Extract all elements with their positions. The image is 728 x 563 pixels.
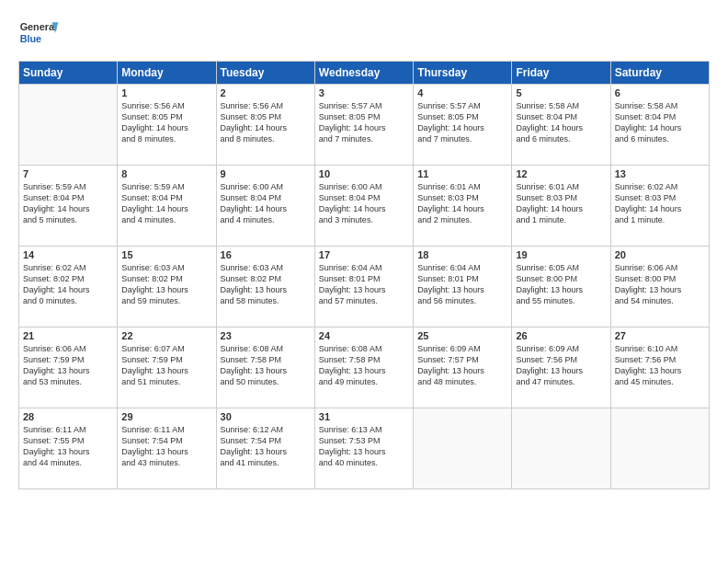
day-cell: [512, 408, 610, 489]
day-info: Sunrise: 6:02 AM Sunset: 8:03 PM Dayligh…: [615, 181, 705, 226]
day-number: 17: [319, 249, 409, 260]
day-number: 10: [319, 168, 409, 179]
day-number: 24: [319, 330, 409, 341]
week-row-4: 21Sunrise: 6:06 AM Sunset: 7:59 PM Dayli…: [19, 327, 710, 408]
day-cell: 6Sunrise: 5:58 AM Sunset: 8:04 PM Daylig…: [610, 85, 709, 166]
day-info: Sunrise: 5:57 AM Sunset: 8:05 PM Dayligh…: [319, 100, 409, 145]
week-row-2: 7Sunrise: 5:59 AM Sunset: 8:04 PM Daylig…: [19, 166, 710, 247]
week-row-5: 28Sunrise: 6:11 AM Sunset: 7:55 PM Dayli…: [19, 408, 710, 489]
day-cell: 2Sunrise: 5:56 AM Sunset: 8:05 PM Daylig…: [216, 85, 314, 166]
day-cell: 26Sunrise: 6:09 AM Sunset: 7:56 PM Dayli…: [512, 327, 610, 408]
day-number: 15: [121, 249, 211, 260]
day-cell: 21Sunrise: 6:06 AM Sunset: 7:59 PM Dayli…: [19, 327, 118, 408]
day-cell: 14Sunrise: 6:02 AM Sunset: 8:02 PM Dayli…: [19, 247, 118, 327]
calendar-table: SundayMondayTuesdayWednesdayThursdayFrid…: [18, 61, 710, 489]
day-number: 9: [221, 168, 311, 179]
day-info: Sunrise: 6:09 AM Sunset: 7:57 PM Dayligh…: [417, 343, 507, 388]
day-number: 22: [121, 330, 211, 341]
day-cell: 7Sunrise: 5:59 AM Sunset: 8:04 PM Daylig…: [19, 166, 118, 247]
day-info: Sunrise: 6:06 AM Sunset: 8:00 PM Dayligh…: [615, 262, 705, 307]
day-number: 8: [121, 168, 211, 179]
weekday-header-row: SundayMondayTuesdayWednesdayThursdayFrid…: [19, 62, 710, 85]
day-number: 21: [23, 330, 113, 341]
day-number: 6: [615, 87, 705, 98]
weekday-sunday: Sunday: [19, 62, 118, 85]
day-number: 3: [319, 87, 409, 98]
day-cell: 22Sunrise: 6:07 AM Sunset: 7:59 PM Dayli…: [118, 327, 216, 408]
day-number: 30: [221, 411, 311, 422]
day-info: Sunrise: 5:59 AM Sunset: 8:04 PM Dayligh…: [121, 181, 211, 226]
day-info: Sunrise: 6:03 AM Sunset: 8:02 PM Dayligh…: [221, 262, 311, 307]
weekday-tuesday: Tuesday: [216, 62, 314, 85]
day-number: 20: [615, 249, 705, 260]
day-info: Sunrise: 6:05 AM Sunset: 8:00 PM Dayligh…: [516, 262, 606, 307]
day-number: 26: [516, 330, 606, 341]
weekday-saturday: Saturday: [610, 62, 709, 85]
day-info: Sunrise: 6:01 AM Sunset: 8:03 PM Dayligh…: [417, 181, 507, 226]
day-cell: 10Sunrise: 6:00 AM Sunset: 8:04 PM Dayli…: [314, 166, 413, 247]
day-number: 12: [516, 168, 606, 179]
day-info: Sunrise: 5:58 AM Sunset: 8:04 PM Dayligh…: [516, 100, 606, 145]
day-cell: 1Sunrise: 5:56 AM Sunset: 8:05 PM Daylig…: [118, 85, 216, 166]
day-info: Sunrise: 6:12 AM Sunset: 7:54 PM Dayligh…: [221, 424, 311, 469]
day-number: 13: [615, 168, 705, 179]
day-info: Sunrise: 6:00 AM Sunset: 8:04 PM Dayligh…: [319, 181, 409, 226]
day-number: 25: [417, 330, 507, 341]
day-info: Sunrise: 6:04 AM Sunset: 8:01 PM Dayligh…: [417, 262, 507, 307]
week-row-3: 14Sunrise: 6:02 AM Sunset: 8:02 PM Dayli…: [19, 247, 710, 327]
svg-text:Blue: Blue: [20, 33, 41, 44]
logo-svg: General Blue: [18, 15, 64, 52]
weekday-wednesday: Wednesday: [314, 62, 413, 85]
day-info: Sunrise: 5:59 AM Sunset: 8:04 PM Dayligh…: [23, 181, 113, 226]
day-info: Sunrise: 6:09 AM Sunset: 7:56 PM Dayligh…: [516, 343, 606, 388]
day-info: Sunrise: 5:57 AM Sunset: 8:05 PM Dayligh…: [417, 100, 507, 145]
day-cell: 18Sunrise: 6:04 AM Sunset: 8:01 PM Dayli…: [414, 247, 512, 327]
header: General Blue: [18, 15, 710, 52]
day-cell: 11Sunrise: 6:01 AM Sunset: 8:03 PM Dayli…: [414, 166, 512, 247]
day-cell: 25Sunrise: 6:09 AM Sunset: 7:57 PM Dayli…: [414, 327, 512, 408]
day-cell: [19, 85, 118, 166]
day-info: Sunrise: 6:08 AM Sunset: 7:58 PM Dayligh…: [221, 343, 311, 388]
day-cell: 29Sunrise: 6:11 AM Sunset: 7:54 PM Dayli…: [118, 408, 216, 489]
day-info: Sunrise: 6:06 AM Sunset: 7:59 PM Dayligh…: [23, 343, 113, 388]
day-cell: 27Sunrise: 6:10 AM Sunset: 7:56 PM Dayli…: [610, 327, 709, 408]
day-cell: 24Sunrise: 6:08 AM Sunset: 7:58 PM Dayli…: [314, 327, 413, 408]
day-number: 16: [221, 249, 311, 260]
day-number: 5: [516, 87, 606, 98]
day-info: Sunrise: 5:58 AM Sunset: 8:04 PM Dayligh…: [615, 100, 705, 145]
day-cell: 9Sunrise: 6:00 AM Sunset: 8:04 PM Daylig…: [216, 166, 314, 247]
logo: General Blue: [18, 15, 64, 52]
day-info: Sunrise: 6:03 AM Sunset: 8:02 PM Dayligh…: [121, 262, 211, 307]
day-cell: 13Sunrise: 6:02 AM Sunset: 8:03 PM Dayli…: [610, 166, 709, 247]
day-cell: 17Sunrise: 6:04 AM Sunset: 8:01 PM Dayli…: [314, 247, 413, 327]
day-number: 4: [417, 87, 507, 98]
day-info: Sunrise: 6:08 AM Sunset: 7:58 PM Dayligh…: [319, 343, 409, 388]
day-cell: [414, 408, 512, 489]
day-number: 2: [221, 87, 311, 98]
day-cell: 16Sunrise: 6:03 AM Sunset: 8:02 PM Dayli…: [216, 247, 314, 327]
day-info: Sunrise: 6:04 AM Sunset: 8:01 PM Dayligh…: [319, 262, 409, 307]
day-number: 14: [23, 249, 113, 260]
day-number: 7: [23, 168, 113, 179]
day-number: 1: [121, 87, 211, 98]
page: General Blue SundayMondayTuesdayWednesda…: [0, 0, 728, 563]
day-info: Sunrise: 6:02 AM Sunset: 8:02 PM Dayligh…: [23, 262, 113, 307]
day-cell: 19Sunrise: 6:05 AM Sunset: 8:00 PM Dayli…: [512, 247, 610, 327]
day-info: Sunrise: 6:00 AM Sunset: 8:04 PM Dayligh…: [221, 181, 311, 226]
day-cell: 12Sunrise: 6:01 AM Sunset: 8:03 PM Dayli…: [512, 166, 610, 247]
day-number: 31: [319, 411, 409, 422]
day-number: 29: [121, 411, 211, 422]
day-cell: 28Sunrise: 6:11 AM Sunset: 7:55 PM Dayli…: [19, 408, 118, 489]
day-number: 18: [417, 249, 507, 260]
weekday-thursday: Thursday: [414, 62, 512, 85]
day-cell: 5Sunrise: 5:58 AM Sunset: 8:04 PM Daylig…: [512, 85, 610, 166]
day-number: 11: [417, 168, 507, 179]
svg-text:General: General: [20, 21, 57, 32]
day-info: Sunrise: 6:11 AM Sunset: 7:54 PM Dayligh…: [121, 424, 211, 469]
day-cell: 4Sunrise: 5:57 AM Sunset: 8:05 PM Daylig…: [414, 85, 512, 166]
day-info: Sunrise: 6:01 AM Sunset: 8:03 PM Dayligh…: [516, 181, 606, 226]
day-number: 19: [516, 249, 606, 260]
day-info: Sunrise: 5:56 AM Sunset: 8:05 PM Dayligh…: [121, 100, 211, 145]
day-info: Sunrise: 6:11 AM Sunset: 7:55 PM Dayligh…: [23, 424, 113, 469]
day-cell: 15Sunrise: 6:03 AM Sunset: 8:02 PM Dayli…: [118, 247, 216, 327]
